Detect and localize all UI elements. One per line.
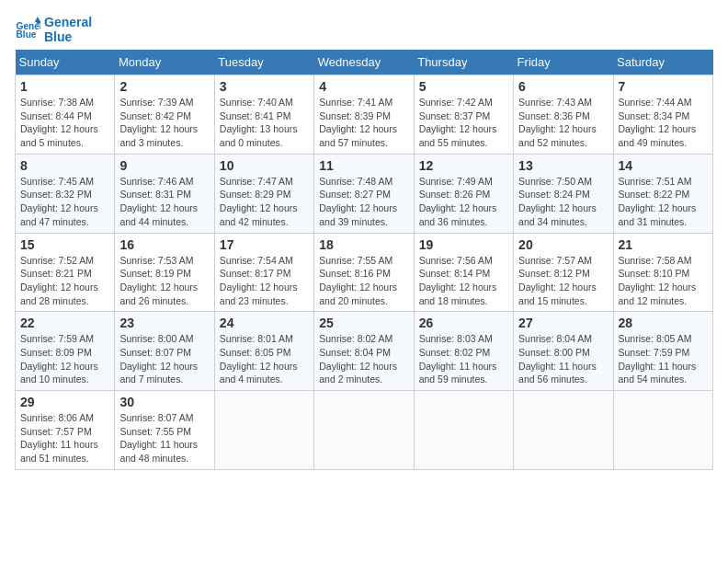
calendar-cell: 17Sunrise: 7:54 AMSunset: 8:17 PMDayligh…	[214, 233, 313, 312]
weekday-header-tuesday: Tuesday	[214, 50, 313, 75]
calendar-cell: 2Sunrise: 7:39 AMSunset: 8:42 PMDaylight…	[115, 75, 214, 155]
day-info: Sunrise: 7:40 AMSunset: 8:41 PMDaylight:…	[220, 96, 309, 150]
calendar-week-row: 15Sunrise: 7:52 AMSunset: 8:21 PMDayligh…	[16, 233, 713, 312]
day-number: 9	[119, 158, 209, 173]
day-info: Sunrise: 8:00 AMSunset: 8:07 PMDaylight:…	[119, 332, 209, 386]
day-number: 18	[319, 237, 408, 252]
calendar-cell: 30Sunrise: 8:07 AMSunset: 7:55 PMDayligh…	[115, 391, 214, 470]
day-number: 8	[20, 158, 109, 173]
calendar-cell: 9Sunrise: 7:46 AMSunset: 8:31 PMDaylight…	[115, 154, 214, 233]
calendar-table: SundayMondayTuesdayWednesdayThursdayFrid…	[15, 50, 713, 470]
day-info: Sunrise: 7:45 AMSunset: 8:32 PMDaylight:…	[20, 175, 109, 229]
calendar-cell: 12Sunrise: 7:49 AMSunset: 8:26 PMDayligh…	[414, 154, 513, 233]
logo: General Blue GeneralBlue	[15, 15, 92, 44]
day-number: 24	[220, 316, 309, 330]
weekday-header-wednesday: Wednesday	[314, 50, 414, 75]
calendar-cell: 7Sunrise: 7:44 AMSunset: 8:34 PMDaylight…	[613, 75, 712, 155]
day-number: 16	[119, 237, 209, 252]
calendar-cell: 1Sunrise: 7:38 AMSunset: 8:44 PMDaylight…	[16, 75, 115, 155]
calendar-cell: 11Sunrise: 7:48 AMSunset: 8:27 PMDayligh…	[314, 154, 414, 233]
calendar-cell	[613, 391, 712, 470]
weekday-header-row: SundayMondayTuesdayWednesdayThursdayFrid…	[16, 50, 713, 75]
calendar-cell: 16Sunrise: 7:53 AMSunset: 8:19 PMDayligh…	[115, 233, 214, 312]
day-info: Sunrise: 8:04 AMSunset: 8:00 PMDaylight:…	[518, 332, 608, 386]
calendar-cell: 27Sunrise: 8:04 AMSunset: 8:00 PMDayligh…	[514, 312, 613, 391]
day-info: Sunrise: 7:55 AMSunset: 8:16 PMDaylight:…	[319, 254, 408, 308]
logo-text: GeneralBlue	[44, 15, 92, 44]
day-info: Sunrise: 8:07 AMSunset: 7:55 PMDaylight:…	[119, 411, 209, 465]
day-info: Sunrise: 7:57 AMSunset: 8:12 PMDaylight:…	[518, 254, 608, 308]
day-info: Sunrise: 8:01 AMSunset: 8:05 PMDaylight:…	[220, 332, 309, 386]
day-info: Sunrise: 7:44 AMSunset: 8:34 PMDaylight:…	[619, 96, 708, 150]
page-header: General Blue GeneralBlue	[15, 15, 713, 44]
day-number: 10	[220, 158, 309, 173]
day-number: 26	[419, 316, 508, 330]
day-number: 7	[619, 79, 708, 94]
calendar-week-row: 22Sunrise: 7:59 AMSunset: 8:09 PMDayligh…	[16, 312, 713, 391]
weekday-header-thursday: Thursday	[414, 50, 513, 75]
calendar-cell: 25Sunrise: 8:02 AMSunset: 8:04 PMDayligh…	[314, 312, 414, 391]
calendar-cell	[514, 391, 613, 470]
calendar-cell	[214, 391, 313, 470]
day-number: 27	[518, 316, 608, 330]
day-number: 13	[518, 158, 608, 173]
calendar-cell: 23Sunrise: 8:00 AMSunset: 8:07 PMDayligh…	[115, 312, 214, 391]
day-info: Sunrise: 7:56 AMSunset: 8:14 PMDaylight:…	[419, 254, 508, 308]
day-number: 22	[20, 316, 109, 330]
day-number: 4	[319, 79, 408, 94]
day-info: Sunrise: 8:03 AMSunset: 8:02 PMDaylight:…	[419, 332, 508, 386]
svg-text:Blue: Blue	[17, 29, 37, 40]
calendar-cell: 6Sunrise: 7:43 AMSunset: 8:36 PMDaylight…	[514, 75, 613, 155]
day-number: 2	[119, 79, 209, 94]
day-number: 28	[619, 316, 708, 330]
day-info: Sunrise: 8:05 AMSunset: 7:59 PMDaylight:…	[619, 332, 708, 386]
calendar-week-row: 8Sunrise: 7:45 AMSunset: 8:32 PMDaylight…	[16, 154, 713, 233]
calendar-week-row: 1Sunrise: 7:38 AMSunset: 8:44 PMDaylight…	[16, 75, 713, 155]
calendar-cell: 28Sunrise: 8:05 AMSunset: 7:59 PMDayligh…	[613, 312, 712, 391]
day-number: 23	[119, 316, 209, 330]
day-info: Sunrise: 7:42 AMSunset: 8:37 PMDaylight:…	[419, 96, 508, 150]
day-number: 12	[419, 158, 508, 173]
weekday-header-sunday: Sunday	[16, 50, 115, 75]
day-info: Sunrise: 7:58 AMSunset: 8:10 PMDaylight:…	[619, 254, 708, 308]
logo-icon: General Blue	[15, 17, 40, 42]
calendar-cell: 24Sunrise: 8:01 AMSunset: 8:05 PMDayligh…	[214, 312, 313, 391]
day-info: Sunrise: 8:06 AMSunset: 7:57 PMDaylight:…	[20, 411, 109, 465]
calendar-cell: 20Sunrise: 7:57 AMSunset: 8:12 PMDayligh…	[514, 233, 613, 312]
day-number: 21	[619, 237, 708, 252]
day-info: Sunrise: 7:52 AMSunset: 8:21 PMDaylight:…	[20, 254, 109, 308]
calendar-cell: 13Sunrise: 7:50 AMSunset: 8:24 PMDayligh…	[514, 154, 613, 233]
day-info: Sunrise: 7:48 AMSunset: 8:27 PMDaylight:…	[319, 175, 408, 229]
calendar-cell	[414, 391, 513, 470]
calendar-cell: 29Sunrise: 8:06 AMSunset: 7:57 PMDayligh…	[16, 391, 115, 470]
day-number: 19	[419, 237, 508, 252]
day-info: Sunrise: 7:59 AMSunset: 8:09 PMDaylight:…	[20, 332, 109, 386]
day-number: 29	[20, 395, 109, 409]
day-info: Sunrise: 7:54 AMSunset: 8:17 PMDaylight:…	[220, 254, 309, 308]
day-info: Sunrise: 7:38 AMSunset: 8:44 PMDaylight:…	[20, 96, 109, 150]
weekday-header-friday: Friday	[514, 50, 613, 75]
day-info: Sunrise: 8:02 AMSunset: 8:04 PMDaylight:…	[319, 332, 408, 386]
calendar-cell: 21Sunrise: 7:58 AMSunset: 8:10 PMDayligh…	[613, 233, 712, 312]
calendar-week-row: 29Sunrise: 8:06 AMSunset: 7:57 PMDayligh…	[16, 391, 713, 470]
day-number: 14	[619, 158, 708, 173]
calendar-cell: 19Sunrise: 7:56 AMSunset: 8:14 PMDayligh…	[414, 233, 513, 312]
day-number: 1	[20, 79, 109, 94]
calendar-cell: 5Sunrise: 7:42 AMSunset: 8:37 PMDaylight…	[414, 75, 513, 155]
day-info: Sunrise: 7:41 AMSunset: 8:39 PMDaylight:…	[319, 96, 408, 150]
day-info: Sunrise: 7:43 AMSunset: 8:36 PMDaylight:…	[518, 96, 608, 150]
day-number: 5	[419, 79, 508, 94]
calendar-cell: 4Sunrise: 7:41 AMSunset: 8:39 PMDaylight…	[314, 75, 414, 155]
day-info: Sunrise: 7:39 AMSunset: 8:42 PMDaylight:…	[119, 96, 209, 150]
weekday-header-monday: Monday	[115, 50, 214, 75]
calendar-cell: 3Sunrise: 7:40 AMSunset: 8:41 PMDaylight…	[214, 75, 313, 155]
day-number: 17	[220, 237, 309, 252]
day-info: Sunrise: 7:53 AMSunset: 8:19 PMDaylight:…	[119, 254, 209, 308]
calendar-cell: 18Sunrise: 7:55 AMSunset: 8:16 PMDayligh…	[314, 233, 414, 312]
calendar-cell: 10Sunrise: 7:47 AMSunset: 8:29 PMDayligh…	[214, 154, 313, 233]
day-number: 25	[319, 316, 408, 330]
day-number: 11	[319, 158, 408, 173]
weekday-header-saturday: Saturday	[613, 50, 712, 75]
day-number: 20	[518, 237, 608, 252]
day-info: Sunrise: 7:51 AMSunset: 8:22 PMDaylight:…	[619, 175, 708, 229]
